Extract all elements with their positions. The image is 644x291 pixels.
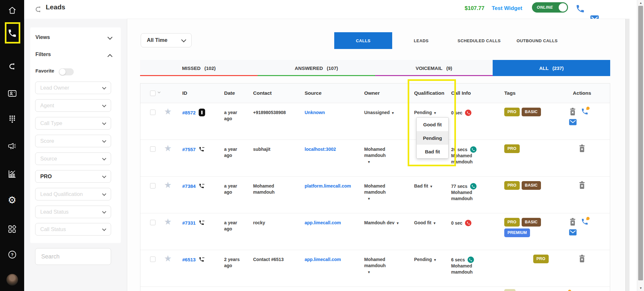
owner-dropdown[interactable]: Unassigned▾ — [364, 110, 400, 116]
tag-badge: PRO — [504, 144, 520, 153]
star-icon[interactable]: ★ — [165, 254, 171, 263]
header-select — [140, 83, 165, 103]
search-input[interactable] — [35, 248, 111, 265]
nav-apps[interactable] — [8, 225, 17, 234]
qualification-option-bad-fit[interactable]: Bad fit — [417, 145, 448, 158]
widget-selector[interactable]: Test Widget — [492, 5, 522, 12]
nav-campaigns[interactable] — [7, 142, 17, 151]
topbar-call-button[interactable] — [575, 4, 644, 14]
time-filter-value: All Time — [147, 37, 167, 43]
lead-id-link[interactable]: #6513 — [182, 257, 196, 263]
delete-button[interactable] — [569, 218, 576, 226]
online-toggle[interactable]: ONLINE — [532, 2, 568, 13]
scrollbar-thumb[interactable] — [638, 6, 643, 280]
tab-scheduled-calls[interactable]: SCHEDULED CALLS — [450, 32, 508, 49]
callback-button[interactable] — [581, 218, 589, 226]
answered-call-icon — [470, 183, 477, 189]
lead-id-link[interactable]: #7557 — [182, 146, 196, 153]
caret-down-icon: ▾ — [434, 111, 436, 115]
row-checkbox[interactable] — [150, 110, 156, 115]
views-section-toggle[interactable]: Views — [35, 34, 50, 40]
delete-button[interactable] — [578, 181, 586, 189]
phone-call-icon — [199, 146, 204, 152]
filter-agent[interactable]: Agent — [35, 99, 111, 112]
qualification-option-pending[interactable]: Pending — [417, 131, 448, 145]
filters-section-toggle[interactable]: Filters — [35, 52, 51, 57]
source-link[interactable]: Unknown — [305, 110, 325, 115]
nav-settings[interactable]: ⚙ — [8, 195, 16, 205]
owner-dropdown[interactable]: Mohamed mamdouh▾ — [364, 153, 400, 164]
delete-button[interactable] — [578, 255, 586, 263]
source-link[interactable]: app.limecall.com — [305, 257, 341, 262]
nav-analytics[interactable] — [8, 170, 17, 179]
star-icon[interactable]: ★ — [165, 218, 171, 226]
source-link[interactable]: localhost:3002 — [305, 147, 336, 152]
filter-call-status[interactable]: Call Status — [35, 223, 111, 236]
contact-name: +918980538908 — [247, 103, 298, 140]
email-button[interactable] — [569, 119, 577, 125]
call-agent: Mohamed mamdouh — [451, 153, 483, 165]
filter-lead-qualification[interactable]: Lead Qualification — [35, 188, 111, 200]
favorite-toggle[interactable] — [59, 68, 74, 75]
star-icon[interactable]: ★ — [165, 144, 171, 152]
row-checkbox[interactable] — [150, 183, 156, 189]
subtab-missed[interactable]: MISSED (102) — [140, 60, 258, 76]
subtab-answered[interactable]: ANSWERED (107) — [258, 60, 375, 76]
filter-plan[interactable]: PRO — [35, 170, 111, 183]
nav-dialpad[interactable] — [8, 115, 16, 124]
lead-id-link[interactable]: #7384 — [182, 183, 196, 189]
owner-dropdown[interactable]: Mohamed mamdouh▾ — [364, 263, 400, 275]
time-filter-dropdown[interactable]: All Time — [141, 33, 192, 47]
delete-button[interactable] — [569, 108, 576, 116]
scroll-down-button[interactable]: ▼ — [637, 285, 644, 291]
tab-calls[interactable]: CALLS — [334, 32, 392, 49]
delete-button[interactable] — [578, 144, 586, 152]
browser-scrollbar[interactable]: ▲ ▼ — [637, 0, 644, 291]
source-link[interactable]: platform.limecall.com — [305, 183, 351, 189]
star-icon[interactable]: ★ — [165, 107, 171, 116]
subtab-all[interactable]: ALL (237) — [493, 60, 610, 76]
lead-id-link[interactable]: #8572 — [182, 110, 196, 116]
qualification-dropdown-trigger[interactable]: Bad fit▾ — [414, 183, 451, 189]
row-checkbox[interactable] — [150, 146, 156, 152]
chevron-down-icon[interactable] — [158, 91, 160, 93]
table-row-partial — [140, 287, 610, 291]
content-scrollbar[interactable] — [625, 19, 630, 291]
filter-lead-status[interactable]: Lead Status — [35, 206, 111, 218]
callback-button[interactable] — [581, 108, 589, 116]
filter-lead-owner[interactable]: Lead Owner — [35, 82, 111, 94]
owner-value: Mohamed mamdouh — [364, 257, 395, 269]
tab-leads[interactable]: LEADS — [392, 32, 450, 49]
select-all-checkbox[interactable] — [150, 91, 156, 96]
owner-dropdown[interactable]: Mamdouh dev▾ — [364, 220, 400, 226]
nav-profile[interactable] — [6, 274, 18, 286]
email-button[interactable] — [569, 229, 577, 236]
favorite-label: Favorite — [35, 68, 54, 73]
caret-down-icon: ▾ — [364, 196, 400, 201]
qualification-dropdown-trigger[interactable]: Pending▾ — [414, 257, 451, 263]
lead-id-link[interactable]: #7331 — [182, 220, 196, 226]
filter-score[interactable]: Score — [35, 135, 111, 147]
filter-source[interactable]: Source — [35, 152, 111, 165]
owner-dropdown[interactable]: Mohamed mamdouh▾ — [364, 189, 400, 201]
scroll-up-button[interactable]: ▲ — [637, 0, 644, 6]
account-balance: $107.77 — [465, 5, 484, 12]
source-link[interactable]: app.limecall.com — [305, 220, 341, 225]
qualification-dropdown-trigger[interactable]: Pending▾ — [414, 110, 451, 116]
nav-home[interactable] — [8, 6, 17, 15]
nav-contacts[interactable] — [8, 89, 17, 98]
tab-outbound-calls[interactable]: OUTBOUND CALLS — [508, 32, 566, 49]
nav-help[interactable]: ? — [8, 250, 17, 259]
star-icon[interactable]: ★ — [165, 181, 171, 189]
nav-calls[interactable] — [7, 28, 17, 38]
filter-call-type[interactable]: Call Type — [35, 117, 111, 130]
qualification-option-good-fit[interactable]: Good fit — [417, 118, 448, 131]
row-checkbox[interactable] — [150, 257, 156, 262]
tag-badge: BASIC — [522, 218, 541, 227]
table-row: ★ #7384 a year ago Mohamed mamdouh platf… — [140, 177, 610, 213]
row-checkbox[interactable] — [150, 220, 156, 225]
subtab-voicemail-label: VOICEMAIL — [416, 65, 442, 71]
subtab-voicemail[interactable]: VOICEMAIL (9) — [375, 60, 493, 76]
nav-leads[interactable] — [8, 62, 17, 71]
qualification-dropdown-trigger[interactable]: Good fit▾ — [414, 220, 451, 226]
